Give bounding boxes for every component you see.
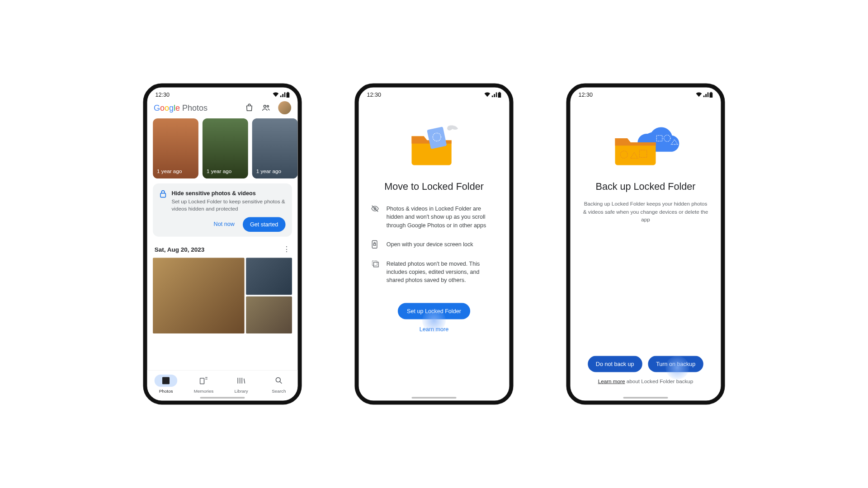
google-photos-logo: Google Photos	[154, 103, 208, 113]
app-header: Google Photos	[147, 100, 298, 118]
action-row: Do not back up Turn on backup	[571, 356, 721, 372]
svg-rect-8	[498, 93, 501, 98]
tap-indicator	[422, 309, 446, 332]
home-indicator[interactable]	[623, 397, 668, 399]
tab-label: Photos	[159, 389, 173, 394]
card-title: Hide sensitive photos & videos	[172, 190, 286, 196]
phone-lock-icon	[371, 240, 378, 249]
status-bar: 12:30	[359, 88, 509, 100]
status-bar: 12:30	[147, 88, 298, 100]
info-text: Photos & videos in Locked Folder are hid…	[387, 205, 497, 230]
learn-more-row: Learn more about Locked Folder backup	[571, 378, 721, 385]
memory-label: 1 year ago	[207, 169, 231, 175]
folder-hand-icon	[400, 116, 469, 169]
cellular-icon	[280, 92, 286, 97]
tab-library[interactable]: Library	[230, 375, 252, 393]
svg-rect-5	[162, 377, 170, 384]
status-icons	[696, 92, 713, 98]
hero-illustration	[571, 100, 721, 177]
svg-rect-17	[709, 93, 712, 98]
cta-section: Set up Locked Folder Learn more	[359, 299, 509, 336]
memories-icon	[199, 377, 208, 384]
page-desc: Backing up Locked Folder keeps your hidd…	[571, 201, 721, 232]
learn-more-suffix: about Locked Folder backup	[625, 378, 693, 385]
svg-rect-9	[499, 92, 500, 93]
svg-rect-0	[286, 93, 289, 98]
info-text: Related photos won't be moved. This incl…	[387, 259, 497, 284]
photos-icon	[162, 377, 170, 384]
photo-stack-icon	[371, 259, 379, 267]
svg-point-2	[264, 105, 266, 108]
memory-label: 1 year ago	[157, 169, 182, 175]
svg-rect-4	[160, 193, 165, 197]
svg-point-7	[276, 378, 280, 382]
info-row: Related photos won't be moved. This incl…	[371, 259, 497, 284]
page-title: Back up Locked Folder	[571, 177, 721, 201]
bottom-nav: Photos Memories Library Search	[147, 370, 298, 401]
tab-memories[interactable]: Memories	[192, 375, 215, 393]
status-icons	[484, 92, 501, 98]
people-icon[interactable]	[261, 103, 271, 113]
svg-rect-15	[372, 261, 377, 266]
photo-thumbnail[interactable]	[246, 296, 292, 333]
more-icon[interactable]: ⋮	[283, 245, 290, 254]
info-list: Photos & videos in Locked Folder are hid…	[359, 201, 509, 299]
wifi-icon	[696, 92, 702, 97]
svg-rect-14	[373, 244, 376, 245]
tap-indicator	[665, 356, 689, 380]
shopping-bag-icon[interactable]	[245, 103, 254, 113]
card-desc: Set up Locked Folder to keep sensitive p…	[172, 198, 286, 212]
locked-folder-card: Hide sensitive photos & videos Set up Lo…	[153, 183, 292, 237]
memory-label: 1 year ago	[256, 169, 281, 175]
folder-cloud-icon	[607, 116, 684, 169]
svg-rect-13	[372, 240, 377, 248]
hero-illustration	[359, 100, 509, 177]
svg-rect-18	[710, 92, 712, 93]
battery-icon	[286, 92, 289, 98]
wifi-icon	[484, 92, 491, 97]
photo-thumbnail[interactable]	[153, 258, 245, 333]
not-now-button[interactable]: Not now	[209, 217, 240, 232]
tab-label: Search	[272, 389, 286, 394]
tab-label: Library	[234, 389, 248, 394]
learn-more-link[interactable]: Learn more	[598, 378, 625, 385]
eye-off-icon	[371, 205, 379, 213]
avatar[interactable]	[278, 101, 291, 114]
get-started-button[interactable]: Get started	[243, 217, 286, 232]
memory-card[interactable]: 1 year ago	[153, 118, 198, 178]
home-indicator[interactable]	[412, 397, 457, 399]
memory-card[interactable]: 1 year ago	[252, 118, 298, 178]
wifi-icon	[273, 92, 279, 97]
battery-icon	[498, 92, 501, 98]
clock: 12:30	[579, 92, 593, 98]
tab-label: Memories	[194, 389, 213, 394]
memories-carousel[interactable]: 1 year ago 1 year ago 1 year ago	[147, 118, 298, 183]
svg-rect-6	[200, 378, 204, 384]
search-icon	[275, 377, 283, 384]
phone-1: 12:30 Google Photos 1 year ago 1 year ag…	[143, 84, 302, 405]
photo-thumbnail[interactable]	[246, 258, 292, 295]
svg-point-3	[267, 105, 269, 107]
lock-icon	[160, 190, 167, 198]
info-row: Photos & videos in Locked Folder are hid…	[371, 205, 497, 230]
date-label: Sat, Aug 20, 2023	[155, 246, 205, 253]
library-icon	[237, 377, 245, 384]
clock: 12:30	[367, 92, 382, 98]
tab-search[interactable]: Search	[268, 375, 290, 393]
date-header: Sat, Aug 20, 2023 ⋮	[147, 243, 298, 258]
phone-2: 12:30 Move to Locked Folder Photos & vid…	[355, 84, 514, 405]
clock: 12:30	[156, 92, 170, 98]
info-text: Open with your device screen lock	[387, 240, 473, 249]
status-bar: 12:30	[571, 88, 721, 100]
home-indicator[interactable]	[200, 397, 245, 399]
phone-3: 12:30 Back up Locked Folder Backing up	[566, 84, 725, 405]
info-row: Open with your device screen lock	[371, 240, 497, 249]
svg-rect-16	[374, 262, 378, 267]
battery-icon	[709, 92, 712, 98]
cellular-icon	[703, 92, 709, 97]
photo-grid	[147, 258, 298, 333]
do-not-back-up-button[interactable]: Do not back up	[588, 356, 642, 372]
page-title: Move to Locked Folder	[359, 177, 509, 201]
memory-card[interactable]: 1 year ago	[203, 118, 248, 178]
tab-photos[interactable]: Photos	[155, 375, 177, 393]
